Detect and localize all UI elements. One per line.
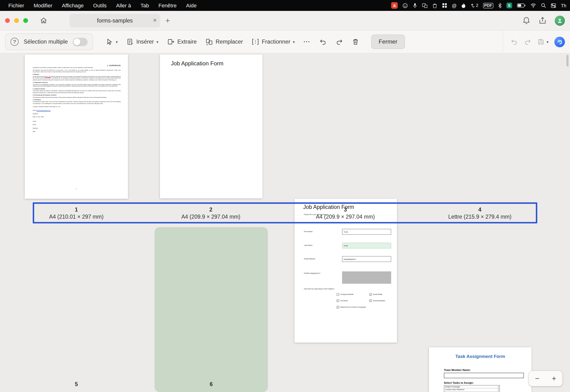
page-organizer-canvas[interactable]: ✕ SUPERACE including but not limited to … xyxy=(0,53,570,392)
email-field[interactable]: sample@updf.cn xyxy=(342,256,391,262)
page-6-label[interactable]: 6 xyxy=(155,379,268,389)
updf-app-icon[interactable]: a xyxy=(391,2,398,9)
undo-button[interactable] xyxy=(316,35,330,48)
checkbox-job-board[interactable]: ✓ xyxy=(336,299,339,302)
menu-fichier[interactable]: Fichier xyxy=(3,3,29,9)
replace-button[interactable]: Remplacer xyxy=(202,35,246,48)
undo-icon xyxy=(511,38,518,45)
multi-select-group: ? Sélection multiple xyxy=(5,33,93,50)
menu-affichage[interactable]: Affichage xyxy=(57,3,88,9)
contract-heading-contractor: 4. Independent Contractor xyxy=(33,82,121,84)
mic-icon[interactable] xyxy=(413,3,417,8)
search-icon[interactable] xyxy=(541,3,546,8)
page-thumbnail-1[interactable]: ✕ SUPERACE including but not limited to … xyxy=(25,55,128,199)
control-center-icon[interactable] xyxy=(551,3,556,8)
page-2-label[interactable]: 2A4 (209.9 × 297.04 mm) xyxy=(156,202,265,223)
menu-aide[interactable]: Aide xyxy=(181,3,201,9)
contract-liability: If the Author delays the delivery of the… xyxy=(33,90,121,94)
select-tool-button[interactable]: ▾ xyxy=(103,35,121,48)
undo-disabled-button[interactable] xyxy=(511,38,518,45)
translate-icon[interactable] xyxy=(422,3,427,8)
page-6-selection-wrap[interactable] xyxy=(155,227,268,392)
cursor-icon xyxy=(106,38,113,45)
more-options-button[interactable]: ··· xyxy=(300,36,314,48)
new-tab-button[interactable]: + xyxy=(165,16,170,25)
contract-signature-line: Signature: xyxy=(33,113,121,115)
wifi-icon[interactable] xyxy=(530,3,536,8)
listbox-scrollbar[interactable] xyxy=(498,385,499,392)
member-name-field[interactable] xyxy=(444,373,524,378)
home-button[interactable] xyxy=(37,14,50,27)
battery-icon[interactable] xyxy=(517,3,526,8)
canvas-scrollbar[interactable] xyxy=(567,55,569,67)
toolbar-right-actions: ▾ xyxy=(503,30,565,53)
spark-app-icon[interactable]: S xyxy=(506,3,512,9)
bluetooth-icon[interactable] xyxy=(498,3,501,8)
minimize-window-button[interactable] xyxy=(14,18,19,23)
first-name-field[interactable]: 79.98 xyxy=(342,229,391,235)
checkbox-company-website[interactable] xyxy=(336,293,339,296)
page-4-label[interactable]: 4Lettre (215.9 × 279.4 mm) xyxy=(425,202,534,223)
contract-author-line: Author: xyxy=(33,121,121,123)
tasks-listbox[interactable]: Design Homepage Conduct User Research Wr… xyxy=(444,385,500,392)
user-menu-label[interactable]: Th xyxy=(561,3,566,8)
page-5-label[interactable]: 5 xyxy=(25,379,128,389)
close-window-button[interactable] xyxy=(5,18,10,23)
help-icon[interactable]: ? xyxy=(10,38,18,46)
redo-disabled-button[interactable] xyxy=(524,38,532,45)
page-3-label[interactable]: 3A4 (209.9 × 297.04 mm) xyxy=(291,202,400,223)
replace-label: Remplacer xyxy=(216,39,243,45)
save-button[interactable]: ▾ xyxy=(538,38,549,45)
multi-select-label: Sélection multiple xyxy=(24,39,68,45)
menu-modifier[interactable]: Modifier xyxy=(29,3,57,9)
window-grid-icon[interactable] xyxy=(442,3,447,8)
close-organizer-button[interactable]: Fermer xyxy=(371,35,405,49)
page-thumbnail-4[interactable]: Task Assignment Form Team Member Name: S… xyxy=(429,347,532,392)
tab-forms-samples[interactable]: forms-samples × xyxy=(70,14,160,28)
account-avatar[interactable] xyxy=(555,15,565,26)
share-icon[interactable] xyxy=(539,17,547,25)
split-button[interactable]: Fractionner ▾ xyxy=(248,35,298,48)
extract-button[interactable]: Extraire xyxy=(164,35,200,48)
last-name-field[interactable]: 79.98 xyxy=(342,243,391,249)
fullscreen-window-button[interactable] xyxy=(23,18,28,23)
zoom-out-button[interactable]: − xyxy=(535,374,540,383)
contract-page-number: 2 xyxy=(25,188,128,190)
at-icon[interactable]: @ xyxy=(452,3,456,8)
insert-button[interactable]: Insérer ▾ xyxy=(123,35,162,48)
menu-outils[interactable]: Outils xyxy=(88,3,111,9)
task-form-title: Task Assignment Form xyxy=(429,354,532,359)
zoom-in-button[interactable]: + xyxy=(552,374,556,383)
chevron-down-icon: ▾ xyxy=(293,39,295,44)
task-item[interactable]: Design Homepage xyxy=(444,385,499,389)
save-icon xyxy=(538,38,545,45)
delete-button[interactable] xyxy=(348,35,362,48)
sync-count: 2 xyxy=(476,3,478,8)
task-item[interactable]: Conduct User Research xyxy=(444,389,499,392)
menu-fenetre[interactable]: Fenêtre xyxy=(154,3,182,9)
position-field[interactable] xyxy=(342,271,391,284)
pdf-badge-icon[interactable]: PDF xyxy=(483,3,493,8)
page-thumbnail-2[interactable]: Job Application Form xyxy=(160,55,263,198)
bag-icon[interactable] xyxy=(432,3,437,8)
checkbox-email-newsletter[interactable]: ✓ xyxy=(369,299,372,302)
page-1-label[interactable]: 1A4 (210.01 × 297 mm) xyxy=(22,202,131,223)
sync-icon[interactable]: 2 xyxy=(470,3,478,8)
first-name-label: First Name : xyxy=(304,231,313,233)
updf-ai-button[interactable] xyxy=(554,37,565,47)
notifications-bell-icon[interactable] xyxy=(522,16,530,25)
menu-aller-a[interactable]: Aller à xyxy=(111,3,136,9)
checkbox-social-media[interactable]: ✓ xyxy=(369,293,372,296)
face-icon[interactable] xyxy=(402,3,408,8)
redo-button[interactable] xyxy=(332,35,346,48)
multi-select-toggle[interactable] xyxy=(73,38,88,46)
tab-close-icon[interactable]: × xyxy=(153,16,157,24)
menubar-status-icons: a @ 2 PDF xyxy=(391,2,566,9)
checkbox-referral[interactable]: ✓ xyxy=(336,306,339,308)
home-icon xyxy=(40,17,47,24)
flame-icon[interactable] xyxy=(461,3,466,8)
menu-tab[interactable]: Tab xyxy=(136,3,154,9)
contract-payment: All the payment totally $300 USD shall b… xyxy=(33,76,121,81)
organizer-toolbar: ? Sélection multiple ▾ Insérer ▾ Extrair… xyxy=(0,30,570,54)
contract-heading-liability: 5. Liability for Breach xyxy=(33,88,121,90)
